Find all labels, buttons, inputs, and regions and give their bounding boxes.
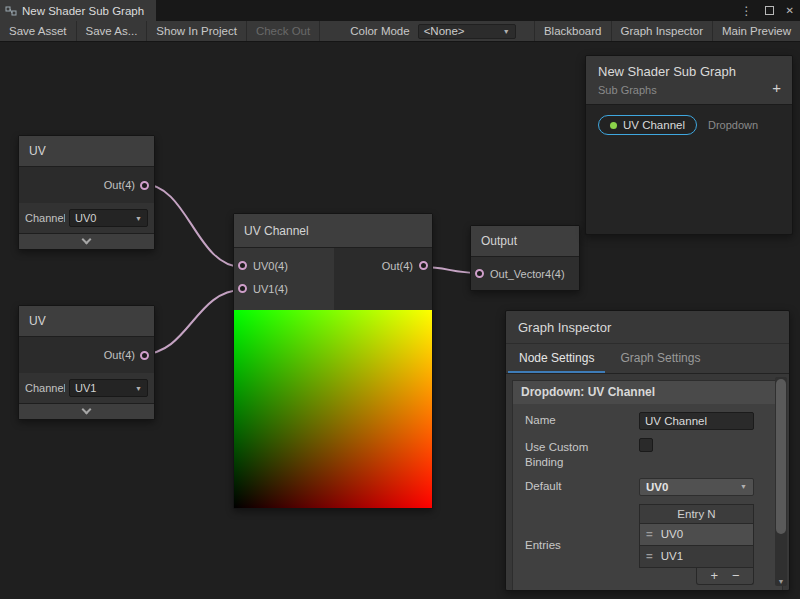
- inspector-scrollbar[interactable]: ▼: [775, 377, 787, 586]
- output-port-label: Out(4): [104, 349, 135, 361]
- uv-channel-node[interactable]: UV Channel UV0(4) UV1(4) Out(4): [233, 213, 433, 509]
- graph-canvas[interactable]: UV Out(4) Channel UV0 ▼ UV Out(4): [0, 42, 800, 599]
- blackboard-panel: New Shader Sub Graph Sub Graphs + UV Cha…: [585, 55, 793, 235]
- dropdown-settings-section: Dropdown: UV Channel Name Use Custom Bin…: [512, 380, 783, 591]
- window-titlebar: New Shader Sub Graph ⋮ ✕: [0, 0, 800, 21]
- name-label: Name: [525, 412, 639, 430]
- graph-inspector-panel: Graph Inspector Node Settings Graph Sett…: [505, 310, 790, 591]
- output-node[interactable]: Output Out_Vector4(4): [470, 225, 580, 291]
- drag-handle-icon[interactable]: =: [646, 550, 653, 562]
- shader-graph-icon: [5, 5, 17, 17]
- output-port-row: Out(4): [19, 167, 154, 203]
- input-ports: UV0(4) UV1(4): [234, 248, 334, 310]
- save-asset-button[interactable]: Save Asset: [0, 21, 77, 41]
- output-port-row: Out(4): [19, 337, 154, 373]
- output-port-label: Out(4): [382, 260, 413, 272]
- input-port[interactable]: [475, 269, 484, 278]
- collapse-toggle[interactable]: [19, 233, 154, 249]
- entries-list-footer: + −: [696, 568, 754, 585]
- color-mode-label: Color Mode: [342, 21, 417, 41]
- channel-dropdown-value: UV0: [75, 212, 96, 224]
- input-port-row: Out_Vector4(4): [471, 257, 579, 290]
- entries-label: Entries: [525, 537, 639, 551]
- color-mode-value: <None>: [424, 25, 465, 37]
- uv-node-top[interactable]: UV Out(4) Channel UV0 ▼: [18, 135, 155, 250]
- channel-row: Channel UV0 ▼: [19, 203, 154, 233]
- graph-inspector-toggle-button[interactable]: Graph Inspector: [611, 21, 712, 41]
- toolbar-right-group: Blackboard Graph Inspector Main Preview: [534, 21, 800, 41]
- name-input[interactable]: [639, 412, 754, 430]
- default-label: Default: [525, 478, 639, 496]
- input-port-label: UV1(4): [253, 283, 288, 295]
- collapse-toggle[interactable]: [19, 403, 154, 419]
- output-port[interactable]: [419, 261, 428, 270]
- add-entry-button[interactable]: +: [710, 569, 718, 582]
- remove-entry-button[interactable]: −: [732, 569, 740, 582]
- entries-field-row: Entries Entry N = UV0 = UV1 +: [513, 504, 782, 585]
- color-mode-dropdown[interactable]: <None> ▼: [418, 24, 516, 39]
- input-port-label: Out_Vector4(4): [490, 268, 565, 280]
- maximize-icon[interactable]: [765, 6, 774, 15]
- input-port-uv1[interactable]: [238, 284, 247, 293]
- chevron-down-icon: [82, 235, 92, 245]
- dropdown-arrow-icon: ▼: [503, 28, 510, 35]
- add-property-button[interactable]: +: [772, 79, 781, 96]
- inspector-title: Graph Inspector: [506, 311, 789, 344]
- blackboard-item-uv-channel[interactable]: UV Channel: [598, 115, 697, 135]
- uv-gradient-preview: [234, 310, 432, 508]
- output-port-label: Out(4): [104, 179, 135, 191]
- graph-toolbar: Save Asset Save As... Show In Project Ch…: [0, 21, 800, 42]
- entries-list-item[interactable]: = UV0: [639, 524, 754, 546]
- exposed-dot-icon: [610, 122, 617, 129]
- drag-handle-icon[interactable]: =: [646, 528, 653, 540]
- document-tab[interactable]: New Shader Sub Graph: [0, 0, 156, 21]
- tab-graph-settings[interactable]: Graph Settings: [607, 344, 713, 373]
- use-custom-binding-row: Use Custom Binding: [513, 438, 782, 470]
- blackboard-item-row: UV Channel Dropdown: [598, 115, 792, 135]
- output-ports: Out(4): [334, 248, 432, 310]
- default-field-row: Default UV0 ▼: [513, 478, 782, 496]
- blackboard-title: New Shader Sub Graph: [598, 64, 780, 79]
- channel-dropdown-value: UV1: [75, 382, 96, 394]
- check-out-button: Check Out: [247, 21, 320, 41]
- scrollbar-thumb[interactable]: [776, 379, 786, 534]
- output-port[interactable]: [140, 181, 149, 190]
- node-title[interactable]: UV Channel: [234, 214, 432, 248]
- kebab-menu-icon[interactable]: ⋮: [741, 4, 753, 18]
- edge-uv1[interactable]: [143, 290, 242, 354]
- unity-shader-graph-window: New Shader Sub Graph ⋮ ✕ Save Asset Save…: [0, 0, 800, 599]
- tab-node-settings[interactable]: Node Settings: [506, 344, 607, 373]
- dropdown-arrow-icon: ▼: [135, 215, 142, 222]
- channel-row: Channel UV1 ▼: [19, 373, 154, 403]
- save-as-button[interactable]: Save As...: [77, 21, 148, 41]
- input-port-label: UV0(4): [253, 260, 288, 272]
- port-section: UV0(4) UV1(4) Out(4): [234, 248, 432, 310]
- edge-uv0[interactable]: [143, 184, 242, 267]
- input-port-uv0[interactable]: [238, 261, 247, 270]
- channel-label: Channel: [25, 212, 65, 224]
- node-title[interactable]: UV: [19, 136, 154, 167]
- node-title[interactable]: Output: [471, 226, 579, 257]
- blackboard-header: New Shader Sub Graph Sub Graphs +: [586, 56, 792, 105]
- blackboard-toggle-button[interactable]: Blackboard: [534, 21, 611, 41]
- uv-node-bottom[interactable]: UV Out(4) Channel UV1 ▼: [18, 305, 155, 420]
- close-icon[interactable]: ✕: [786, 5, 794, 16]
- node-title[interactable]: UV: [19, 306, 154, 337]
- entry-value: UV0: [661, 528, 683, 540]
- channel-label: Channel: [25, 382, 65, 394]
- dropdown-arrow-icon: ▼: [740, 483, 747, 490]
- channel-dropdown[interactable]: UV0 ▼: [69, 209, 148, 227]
- use-custom-binding-checkbox[interactable]: [639, 438, 653, 452]
- channel-dropdown[interactable]: UV1 ▼: [69, 379, 148, 397]
- blackboard-item-type: Dropdown: [708, 119, 758, 131]
- scroll-down-arrow-icon[interactable]: ▼: [775, 578, 787, 585]
- main-preview-toggle-button[interactable]: Main Preview: [712, 21, 800, 41]
- name-field-row: Name: [513, 412, 782, 430]
- output-port[interactable]: [140, 351, 149, 360]
- show-in-project-button[interactable]: Show In Project: [147, 21, 247, 41]
- default-dropdown-value: UV0: [646, 481, 668, 493]
- use-custom-binding-label: Use Custom Binding: [525, 438, 605, 470]
- entries-list-item[interactable]: = UV1: [639, 546, 754, 568]
- default-dropdown[interactable]: UV0 ▼: [639, 478, 754, 496]
- tab-title: New Shader Sub Graph: [22, 5, 144, 17]
